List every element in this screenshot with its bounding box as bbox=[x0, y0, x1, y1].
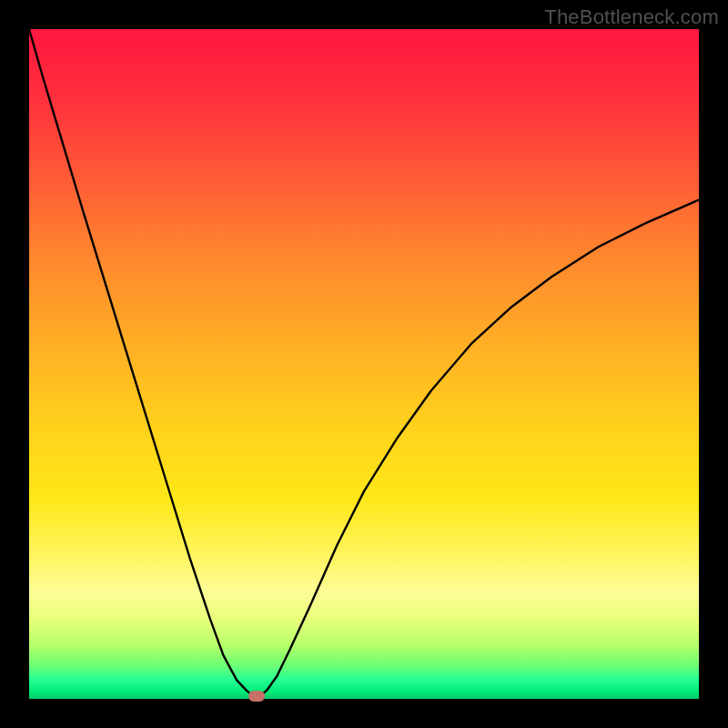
chart-frame: TheBottleneck.com bbox=[0, 0, 728, 728]
bottleneck-curve bbox=[29, 29, 699, 699]
plot-area bbox=[29, 29, 699, 699]
watermark-text: TheBottleneck.com bbox=[544, 5, 719, 29]
curve-path bbox=[29, 29, 699, 698]
optimal-point-marker bbox=[248, 691, 265, 702]
